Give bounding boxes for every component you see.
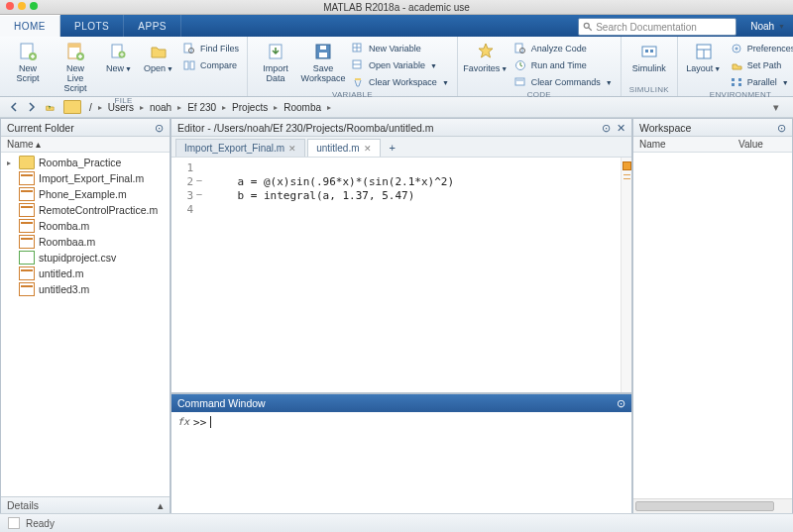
svg-rect-5 — [68, 44, 80, 48]
editor-tab-0[interactable]: Import_Export_Final.m✕ — [175, 139, 305, 157]
clear-workspace-button[interactable]: Clear Workspace▼ — [349, 74, 451, 90]
new-script-button[interactable]: NewScript — [6, 39, 50, 86]
editor-view[interactable]: 1234 –– a = @(x)sin(.96*x)*(sin(2.1*x)^2… — [171, 158, 631, 392]
workspace-columns[interactable]: Name Value — [633, 137, 792, 153]
tab-plots[interactable]: PLOTS — [60, 15, 124, 37]
workspace-h-scrollbar[interactable] — [633, 498, 792, 513]
import-data-button[interactable]: ImportData — [254, 39, 297, 86]
crumb-1[interactable]: Users — [106, 102, 136, 113]
minimize-window-button[interactable] — [18, 2, 26, 10]
editor-panel: Editor - /Users/noah/Ef 230/Projects/Roo… — [170, 118, 632, 393]
user-menu[interactable]: Noah▼ — [742, 15, 793, 37]
svg-rect-29 — [645, 50, 648, 53]
file-icon — [19, 203, 35, 217]
message-strip[interactable] — [621, 158, 631, 392]
preferences-button[interactable]: Preferences — [728, 41, 793, 56]
svg-rect-37 — [732, 83, 735, 86]
svg-point-35 — [735, 48, 737, 51]
close-window-button[interactable] — [6, 2, 14, 10]
window-titlebar: MATLAB R2018a - academic use — [0, 0, 793, 15]
editor-tab-bar: Import_Export_Final.m✕ untitled.m✕ + — [171, 137, 631, 158]
compare-button[interactable]: Compare — [180, 57, 241, 73]
clear-commands-button[interactable]: Clear Commands▼ — [511, 74, 615, 90]
open-variable-button[interactable]: Open Variable▼ — [349, 57, 451, 73]
simulink-group: Simulink SIMULINK — [622, 37, 678, 96]
file-list: ▸Roomba_PracticeImport_Export_Final.mPho… — [1, 153, 170, 496]
file-item[interactable]: RemoteControlPractice.m — [1, 202, 170, 218]
fx-icon[interactable]: fx — [177, 416, 189, 427]
file-column-header[interactable]: Name ▴ — [1, 137, 170, 153]
favorites-button[interactable]: Favorites▼ — [464, 39, 508, 76]
svg-rect-26 — [515, 78, 524, 85]
file-item[interactable]: Roomba.m — [1, 218, 170, 234]
file-item[interactable]: Import_Export_Final.m — [1, 170, 170, 186]
current-folder-panel: Current Folder ⊙ Name ▴ ▸Roomba_Practice… — [0, 118, 170, 514]
svg-rect-12 — [190, 61, 194, 69]
file-item[interactable]: untitled3.m — [1, 281, 170, 297]
crumb-5[interactable]: Roomba — [282, 102, 323, 113]
workspace-menu-icon[interactable]: ⊙ — [777, 122, 786, 134]
svg-rect-15 — [319, 53, 327, 57]
command-window-body[interactable]: fx >> — [171, 412, 631, 513]
file-icon — [19, 187, 35, 201]
crumb-4[interactable]: Projects — [230, 102, 270, 113]
svg-rect-39 — [738, 83, 741, 86]
svg-rect-11 — [184, 61, 188, 69]
variable-group: ImportData SaveWorkspace New Variable Op… — [248, 37, 458, 96]
editor-close-button[interactable]: ✕ — [617, 122, 625, 134]
window-controls[interactable] — [6, 2, 38, 10]
details-header[interactable]: Details▴ — [1, 496, 170, 513]
find-files-button[interactable]: Find Files — [180, 41, 241, 56]
maximize-window-button[interactable] — [30, 2, 38, 10]
layout-button[interactable]: Layout▼ — [684, 39, 724, 76]
code-area[interactable]: a = @(x)sin(.96*x)*(sin(2.1*x)^2) b = in… — [211, 161, 620, 217]
command-window-menu-icon[interactable]: ⊙ — [617, 397, 625, 409]
svg-rect-30 — [650, 50, 653, 53]
crumb-3[interactable]: Ef 230 — [185, 102, 218, 113]
ribbon: NewScript NewLive Script New▼ Open▼ Find… — [0, 37, 793, 97]
path-dropdown[interactable]: ▾ — [773, 101, 787, 114]
current-folder-header: Current Folder ⊙ — [1, 119, 170, 137]
back-button[interactable] — [6, 100, 22, 114]
file-item[interactable]: stupidproject.csv — [1, 250, 170, 266]
open-button[interactable]: Open▼ — [141, 39, 176, 76]
status-bar: Ready — [0, 513, 793, 532]
parallel-button[interactable]: Parallel▼ — [728, 74, 793, 90]
file-item[interactable]: untitled.m — [1, 266, 170, 281]
search-documentation-input[interactable]: Search Documentation — [578, 18, 736, 36]
file-icon — [19, 282, 35, 296]
file-item[interactable]: Phone_Example.m — [1, 186, 170, 202]
file-item[interactable]: Roombaa.m — [1, 234, 170, 250]
run-and-time-button[interactable]: Run and Time — [511, 57, 615, 73]
code-group: Favorites▼ Analyze Code Run and Time Cle… — [458, 37, 622, 96]
workspace-panel: Workspace ⊙ Name Value — [632, 118, 793, 514]
new-variable-button[interactable]: New Variable — [349, 41, 451, 56]
crumb-2[interactable]: noah — [148, 102, 173, 113]
tab-apps[interactable]: APPS — [124, 15, 181, 37]
new-tab-button[interactable]: + — [383, 139, 402, 157]
analyze-code-button[interactable]: Analyze Code — [511, 41, 615, 56]
tab-home[interactable]: HOME — [0, 15, 60, 37]
editor-menu-icon[interactable]: ⊙ — [602, 122, 611, 134]
text-cursor — [210, 416, 211, 428]
crumb-root[interactable]: / — [87, 102, 94, 113]
simulink-button[interactable]: Simulink — [627, 39, 671, 76]
folder-icon — [19, 156, 35, 169]
file-item[interactable]: ▸Roomba_Practice — [1, 155, 170, 170]
busy-indicator — [8, 517, 20, 529]
svg-rect-22 — [355, 78, 361, 80]
new-button[interactable]: New▼ — [101, 39, 137, 76]
panel-menu-icon[interactable]: ⊙ — [155, 122, 164, 134]
set-path-button[interactable]: Set Path — [728, 57, 793, 73]
forward-button[interactable] — [24, 100, 40, 114]
editor-tab-1[interactable]: untitled.m✕ — [307, 139, 380, 157]
environment-group: Layout▼ Preferences Set Path Parallel▼ E… — [678, 37, 793, 96]
up-folder-button[interactable] — [42, 100, 57, 114]
line-marks: –– — [193, 158, 205, 217]
main-area: Current Folder ⊙ Name ▴ ▸Roomba_Practice… — [0, 118, 793, 514]
svg-point-0 — [584, 23, 589, 28]
new-live-script-button[interactable]: NewLive Script — [54, 39, 97, 96]
expand-icon[interactable]: ▸ — [7, 159, 15, 167]
svg-rect-28 — [642, 47, 656, 56]
save-workspace-button[interactable]: SaveWorkspace — [301, 39, 345, 86]
